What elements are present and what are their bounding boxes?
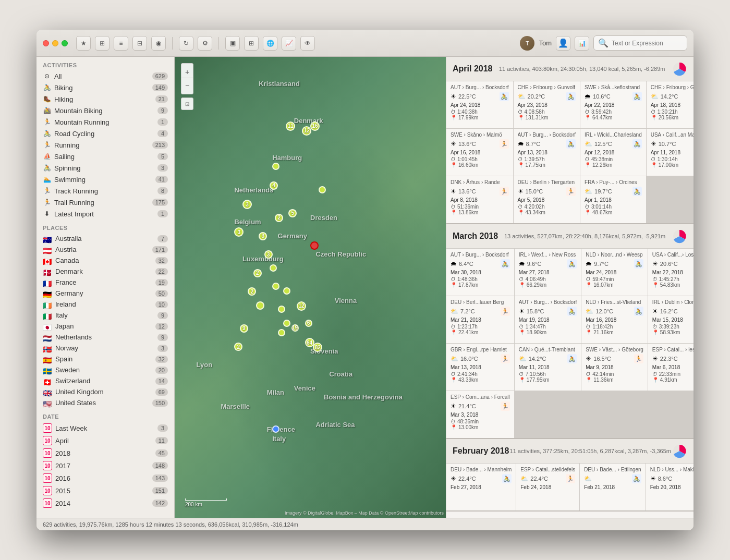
sidebar-item-running[interactable]: 🏃 Running 213 [36, 139, 174, 151]
map-option-button[interactable]: ⊡ [181, 98, 193, 110]
sidebar-item-united-states[interactable]: 🇺🇸 United States 150 [36, 397, 174, 408]
sidebar-item-hiking[interactable]: 🥾 Hiking 21 [36, 93, 174, 105]
map-marker[interactable] [272, 163, 279, 170]
sidebar-item-spinning[interactable]: 🚴 Spinning 3 [36, 162, 174, 174]
globe-button[interactable]: 🌐 [263, 36, 277, 51]
sidebar-item-canada[interactable]: 🇨🇦 Canada 32 [36, 255, 174, 266]
activity-card[interactable]: ESP › Com...ana › Forcall ☀ 21.4°C 🏃 Mar… [446, 391, 514, 438]
sidebar-item-japan[interactable]: 🇯🇵 Japan 12 [36, 321, 174, 332]
activity-button[interactable]: ◉ [151, 36, 166, 51]
zoom-out-button[interactable]: − [185, 79, 189, 92]
map-marker[interactable] [319, 186, 326, 193]
sidebar-item-mountain-running[interactable]: 🏃 Mountain Running 1 [36, 116, 174, 128]
sidebar-item-sweden[interactable]: 🇸🇪 Sweden 20 [36, 364, 174, 375]
map-marker[interactable]: 2 [248, 287, 256, 296]
map-marker[interactable]: 3 [259, 232, 267, 240]
map-marker[interactable]: 6 [305, 320, 312, 327]
search-input[interactable] [612, 40, 683, 47]
activity-card[interactable]: DNK › Århus › Rande ☀ 13.6°C 🏃 Apr 8, 20… [446, 176, 513, 223]
map-marker-red[interactable] [310, 241, 319, 250]
map-marker[interactable] [283, 320, 290, 327]
sidebar-item-date-2015[interactable]: 10 2015 151 [36, 484, 174, 497]
profile-icon[interactable]: 👤 [556, 36, 570, 51]
map-marker[interactable]: 3 [234, 227, 244, 237]
activity-card[interactable]: IRL › Wickl...Charlesland ⛅ 12.5°C 🚴 Apr… [580, 129, 646, 176]
sidebar-item-netherlands[interactable]: 🇳🇱 Netherlands 9 [36, 332, 174, 343]
sidebar-item-sailing[interactable]: ⛵ Sailing 5 [36, 151, 174, 162]
zoom-in-button[interactable]: + [181, 66, 193, 78]
activity-card[interactable]: ESP › Catal... › les Corts ☀ 22.3°C 🚴 Ma… [648, 344, 694, 391]
activity-card[interactable]: DEU › Bade... › Ettlingen ⛅ 🚴 Feb 21, 20… [580, 464, 646, 510]
map-toggle-button[interactable]: ▣ [225, 36, 240, 51]
activity-card[interactable]: GBR › Engl...rpe Hamlet ⛅ 16.0°C 🏃 Mar 1… [446, 344, 514, 391]
map-marker[interactable]: 16 [310, 121, 320, 131]
map-marker[interactable]: 2 [275, 214, 283, 222]
refresh-button[interactable]: ↻ [179, 36, 193, 51]
minimize-button[interactable] [52, 40, 58, 46]
activity-card[interactable]: DEU › Bade... › Mannheim ☀ 22.4°C 🚴 Feb … [446, 464, 516, 510]
activity-card[interactable]: DEU › Berl...lauer Berg ⛅ 7.2°C 🏃 Mar 21… [446, 296, 514, 343]
sidebar-item-date-2014[interactable]: 10 2014 142 [36, 497, 174, 509]
activity-card[interactable]: IRL › Dublin › Clondalkin ☀ 16.2°C 🚴 Mar… [648, 296, 694, 343]
map-marker[interactable] [283, 287, 290, 295]
activity-card[interactable]: SWE › Skåno › Malmö ☀ 13.6°C 🏃 Apr 16, 2… [446, 129, 513, 176]
map-marker[interactable] [256, 301, 264, 310]
sidebar-item-road-cycling[interactable]: 🚴 Road Cycling 4 [36, 128, 174, 139]
activity-card[interactable]: IRL › Wexf... › New Ross 🌧 9.6°C 🚴 Mar 2… [515, 249, 581, 296]
map-marker[interactable]: 2 [234, 343, 242, 351]
activity-card[interactable]: NLD › Noor...nd › Weesp 🌧 9.7°C 🚴 Mar 24… [581, 249, 648, 296]
grid-view-button[interactable]: ⊞ [95, 36, 110, 51]
activity-card[interactable]: CAN › Qué...t-Tremblant ⛅ 14.2°C 🚴 Mar 1… [515, 344, 581, 391]
sidebar-item-norway[interactable]: 🇳🇴 Norway 3 [36, 343, 174, 354]
map-marker[interactable] [272, 283, 279, 290]
activity-card[interactable]: USA › Calif...an Marcos ☀ 10.7°C 🏃 Apr 1… [647, 129, 694, 176]
maximize-button[interactable] [62, 40, 68, 46]
list-view-button[interactable]: ≡ [114, 36, 128, 51]
activity-card[interactable]: CHE › Fribourg › Gurwolf ⛅ 20.2°C 🚴 Apr … [514, 81, 580, 128]
map-marker[interactable]: 19 [291, 324, 299, 332]
map-area[interactable]: Denmark Germany Netherlands Belgium Luxe… [175, 57, 446, 518]
sidebar-item-all[interactable]: ⊙ All 629 [36, 70, 174, 82]
activity-card[interactable]: ESP › Catal...stelldefels ⛅ 22.4°C 🏃 Feb… [516, 464, 579, 510]
zoom-control[interactable]: + − [181, 63, 193, 94]
table-view-button[interactable]: ⊟ [132, 36, 147, 51]
activity-card[interactable]: NLD › Uss... › Makkum ☀ 8.6°C 🏃 Feb 20, … [646, 464, 694, 510]
close-button[interactable] [43, 40, 49, 46]
sidebar-item-date-2018[interactable]: 10 2018 45 [36, 447, 174, 459]
activity-card[interactable]: CHE › Fribourg › Gurwolf ⛅ 14.2°C 🏃 Apr … [647, 81, 694, 128]
sidebar-item-ireland[interactable]: 🇮🇪 Ireland 10 [36, 299, 174, 310]
map-marker[interactable]: 3 [264, 250, 273, 259]
grid2-toggle-button[interactable]: ⊞ [244, 36, 259, 51]
map-marker[interactable] [278, 329, 285, 336]
sidebar-item-united-kingdom[interactable]: 🇬🇧 United Kingdom 69 [36, 386, 174, 397]
map-marker[interactable]: 12 [297, 301, 306, 311]
settings-button[interactable]: ⚙ [198, 36, 212, 51]
activity-card[interactable]: SWE › Väst... › Göteborg ☀ 16.5°C 🏃 Mar … [581, 344, 648, 391]
map-marker[interactable]: 4 [270, 181, 278, 190]
sidebar-item-italy[interactable]: 🇮🇹 Italy 9 [36, 310, 174, 321]
sidebar-item-spain[interactable]: 🇪🇸 Spain 32 [36, 354, 174, 364]
stats-icon[interactable]: 📊 [575, 36, 589, 51]
sidebar-item-australia[interactable]: 🇦🇺 Australia 7 [36, 233, 174, 244]
map-marker[interactable]: 5 [288, 209, 297, 217]
activity-card[interactable]: AUT › Burg... › Bocksdorf 🌧 8.7°C 🚴 Apr … [514, 129, 580, 176]
activity-card[interactable]: SWE › Skå...keflostrand 🌧 10.6°C 🚴 Apr 2… [580, 81, 646, 128]
sidebar-item-switzerland[interactable]: 🇨🇭 Switzerland 14 [36, 375, 174, 386]
activity-card[interactable]: NLD › Fries...st-Vlieland ⛅ 12.0°C 🚴 Mar… [581, 296, 648, 343]
map-marker[interactable] [270, 264, 277, 272]
sidebar-item-swimming[interactable]: 🏊 Swimming 41 [36, 174, 174, 185]
eye-button[interactable]: 👁 [300, 36, 315, 51]
activity-card[interactable]: AUT › Burg... › Bocksdorf ☀ 15.8°C 🚴 Mar… [515, 296, 581, 343]
sidebar-item-latest-import[interactable]: ⬇ Latest Import 1 [36, 208, 174, 220]
sidebar-item-austria[interactable]: 🇦🇹 Austria 171 [36, 244, 174, 255]
bookmark-button[interactable]: ★ [76, 36, 91, 51]
map-marker[interactable]: 3 [242, 200, 252, 209]
map-marker[interactable]: 9 [240, 324, 248, 333]
map-marker[interactable]: 2 [253, 269, 262, 277]
sidebar-item-trail-running[interactable]: 🏃 Trail Running 175 [36, 197, 174, 208]
sidebar-item-mountain-biking[interactable]: 🚵 Mountain Biking 9 [36, 105, 174, 116]
activity-card[interactable]: USA › Calif...› Los Altos ☀ 20.6°C 🚴 Mar… [648, 249, 694, 296]
activity-card[interactable]: AUT › Burg... › Bocksdorf ☀ 22.5°C 🚴 Apr… [446, 81, 513, 128]
sidebar-item-france[interactable]: 🇫🇷 France 19 [36, 277, 174, 288]
chart-button[interactable]: 📈 [282, 36, 296, 51]
